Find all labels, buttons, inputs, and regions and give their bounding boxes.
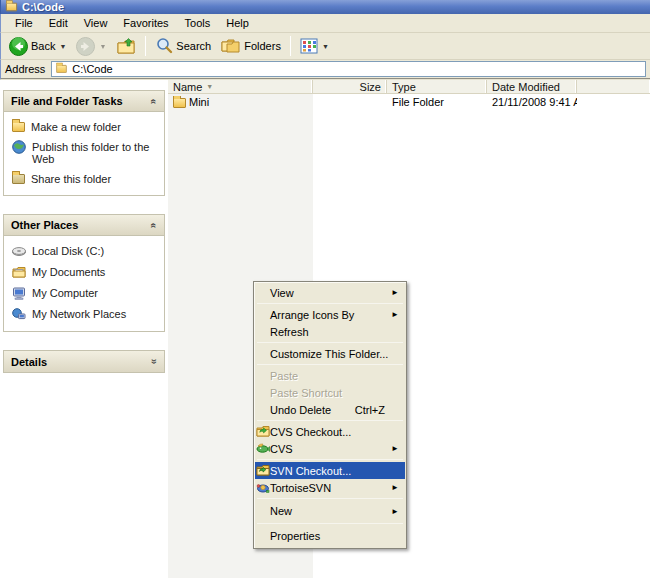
up-folder-icon bbox=[116, 37, 136, 55]
title-bar: C:\Code bbox=[0, 0, 650, 14]
place-my-network[interactable]: My Network Places bbox=[12, 307, 158, 321]
views-dropdown-icon: ▼ bbox=[322, 43, 329, 50]
task-pane: File and Folder Tasks « Make a new folde… bbox=[0, 80, 168, 578]
context-menu-item-paste: Paste bbox=[255, 367, 405, 384]
cvs-icon bbox=[256, 441, 270, 455]
submenu-arrow-icon: ► bbox=[391, 483, 399, 492]
address-folder-icon bbox=[57, 65, 67, 73]
cvs-checkout-icon bbox=[256, 424, 270, 438]
menu-tools[interactable]: Tools bbox=[177, 15, 219, 31]
svn-checkout-icon bbox=[256, 463, 270, 477]
context-menu: View ► Arrange Icons By ► Refresh Custom… bbox=[253, 281, 407, 549]
address-value: C:\Code bbox=[72, 63, 112, 75]
context-menu-item-properties[interactable]: Properties bbox=[255, 526, 405, 546]
menu-help[interactable]: Help bbox=[218, 15, 257, 31]
views-button[interactable]: ▼ bbox=[296, 36, 333, 56]
search-icon bbox=[155, 37, 173, 55]
address-input[interactable]: C:\Code bbox=[51, 61, 646, 77]
task-make-new-folder[interactable]: Make a new folder bbox=[12, 120, 158, 133]
list-header: Name ▼ Size Type Date Modified bbox=[168, 80, 650, 94]
forward-icon bbox=[76, 37, 95, 56]
context-menu-item-paste-shortcut: Paste Shortcut bbox=[255, 384, 405, 401]
column-header-name[interactable]: Name ▼ bbox=[168, 80, 313, 93]
publish-web-icon bbox=[12, 140, 26, 154]
toolbar-separator bbox=[290, 36, 291, 56]
details-card: Details « bbox=[3, 350, 165, 373]
other-places-title: Other Places bbox=[11, 219, 78, 231]
details-header[interactable]: Details « bbox=[4, 351, 164, 372]
menu-separator bbox=[257, 364, 403, 365]
column-header-size[interactable]: Size bbox=[313, 80, 387, 93]
task-publish-folder[interactable]: Publish this folder to the Web bbox=[12, 140, 158, 165]
context-menu-item-undo-delete[interactable]: Undo Delete Ctrl+Z bbox=[255, 401, 405, 418]
window-title: C:\Code bbox=[22, 1, 64, 13]
details-title: Details bbox=[11, 356, 47, 368]
search-label: Search bbox=[176, 40, 211, 52]
collapse-chevron-icon[interactable]: « bbox=[149, 222, 160, 228]
file-folder-tasks-header[interactable]: File and Folder Tasks « bbox=[4, 91, 164, 112]
place-my-computer[interactable]: My Computer bbox=[12, 286, 158, 300]
other-places-card: Other Places « Local Disk (C:) bbox=[3, 214, 165, 332]
submenu-arrow-icon: ► bbox=[391, 444, 399, 453]
local-disk-icon bbox=[12, 244, 26, 258]
network-places-icon bbox=[12, 307, 26, 321]
menu-view[interactable]: View bbox=[76, 15, 116, 31]
context-menu-item-arrange-icons-by[interactable]: Arrange Icons By ► bbox=[255, 306, 405, 323]
menu-separator bbox=[257, 342, 403, 343]
shortcut-label: Ctrl+Z bbox=[355, 404, 399, 416]
share-folder-icon bbox=[12, 174, 25, 184]
window-folder-icon bbox=[6, 3, 17, 12]
context-menu-item-tortoisesvn[interactable]: TortoiseSVN ► bbox=[255, 479, 405, 496]
back-button[interactable]: Back ▼ bbox=[5, 35, 70, 58]
column-header-type[interactable]: Type bbox=[387, 80, 487, 93]
new-folder-icon bbox=[12, 122, 25, 132]
up-button[interactable] bbox=[112, 35, 140, 57]
context-menu-item-view[interactable]: View ► bbox=[255, 284, 405, 301]
column-header-filler bbox=[577, 80, 650, 93]
menu-separator bbox=[257, 523, 403, 524]
context-menu-item-refresh[interactable]: Refresh bbox=[255, 323, 405, 340]
toolbar-separator bbox=[145, 36, 146, 56]
menu-separator bbox=[257, 420, 403, 421]
file-row-mini[interactable]: Mini File Folder 21/11/2008 9:41 AM bbox=[168, 94, 650, 110]
folders-icon bbox=[221, 38, 241, 54]
menu-favorites[interactable]: Favorites bbox=[115, 15, 176, 31]
context-menu-item-svn-checkout[interactable]: SVN Checkout... bbox=[255, 462, 405, 479]
task-share-folder[interactable]: Share this folder bbox=[12, 172, 158, 185]
place-local-disk[interactable]: Local Disk (C:) bbox=[12, 244, 158, 258]
collapse-chevron-icon[interactable]: « bbox=[149, 98, 160, 104]
my-documents-icon bbox=[12, 265, 26, 279]
my-computer-icon bbox=[12, 286, 26, 300]
submenu-arrow-icon: ► bbox=[391, 310, 399, 319]
toolbar: Back ▼ ▼ Search Folders bbox=[0, 33, 650, 60]
folders-button[interactable]: Folders bbox=[217, 36, 285, 56]
menu-separator bbox=[257, 498, 403, 499]
expand-chevron-icon[interactable]: « bbox=[149, 359, 160, 365]
place-my-documents[interactable]: My Documents bbox=[12, 265, 158, 279]
menu-bar: File Edit View Favorites Tools Help bbox=[0, 14, 650, 33]
file-folder-tasks-card: File and Folder Tasks « Make a new folde… bbox=[3, 90, 165, 196]
context-menu-item-new[interactable]: New ► bbox=[255, 501, 405, 521]
forward-dropdown-icon: ▼ bbox=[99, 43, 106, 50]
context-menu-item-cvs-checkout[interactable]: CVS Checkout... bbox=[255, 423, 405, 440]
forward-button[interactable]: ▼ bbox=[72, 35, 110, 58]
menu-edit[interactable]: Edit bbox=[41, 15, 76, 31]
column-header-date-modified[interactable]: Date Modified bbox=[487, 80, 577, 93]
address-label: Address bbox=[5, 63, 45, 75]
back-icon bbox=[9, 37, 28, 56]
context-menu-item-customize-this-folder[interactable]: Customize This Folder... bbox=[255, 345, 405, 362]
search-button[interactable]: Search bbox=[151, 35, 215, 57]
menu-separator bbox=[257, 303, 403, 304]
menu-file[interactable]: File bbox=[7, 15, 41, 31]
context-menu-item-cvs[interactable]: CVS ► bbox=[255, 440, 405, 457]
other-places-header[interactable]: Other Places « bbox=[4, 215, 164, 236]
submenu-arrow-icon: ► bbox=[391, 288, 399, 297]
address-bar: Address C:\Code bbox=[0, 60, 650, 80]
back-dropdown-icon: ▼ bbox=[59, 43, 66, 50]
sort-arrow-icon: ▼ bbox=[206, 83, 213, 90]
back-label: Back bbox=[31, 40, 55, 52]
file-list: Name ▼ Size Type Date Modified Mini File… bbox=[168, 80, 650, 578]
menu-separator bbox=[257, 459, 403, 460]
views-icon bbox=[300, 38, 318, 54]
folders-label: Folders bbox=[244, 40, 281, 52]
